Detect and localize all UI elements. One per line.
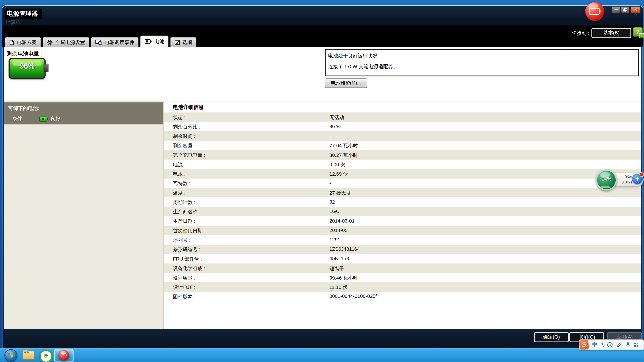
detail-label: 条形码编号 : <box>173 246 200 253</box>
table-row: 生产商名称 :LGC <box>164 207 641 216</box>
ok-button[interactable]: 确定(O) <box>534 332 569 342</box>
detail-label: 生产日期 : <box>173 218 195 225</box>
details-table: 状态 :无活动剩余百分比 :96 %剩余时间 :-剩余容量 :77.04 瓦小时… <box>164 112 641 301</box>
battery-percent: 96% <box>10 62 44 71</box>
emoji-icon[interactable] <box>607 342 613 348</box>
browser-icon[interactable]: e <box>39 350 52 362</box>
detail-label: 电流 : <box>173 161 185 168</box>
table-row: 设计容量 :99.46 瓦小时 <box>164 273 641 282</box>
punctuation-icon[interactable]: °, <box>601 342 604 347</box>
detail-value: 2014-03-01 <box>330 218 355 224</box>
titlebar[interactable]: 电源管理器 计算机 + × <box>2 6 643 25</box>
table-row: 剩余时间 :- <box>164 131 641 141</box>
table-row: 剩余百分比 :96 % <box>164 122 641 131</box>
table-row: 首次使用日期 :2014-05 <box>164 226 641 235</box>
explorer-icon[interactable] <box>22 351 34 360</box>
tab-power-plans[interactable]: 电源方案 <box>4 37 41 47</box>
switch-basic-button[interactable]: 基本(B) <box>592 28 631 38</box>
page-title: 电源管理器 <box>4 9 42 19</box>
detail-value: 无活动 <box>330 114 344 121</box>
window-controls: × <box>612 6 641 13</box>
menu-grid-icon[interactable] <box>634 343 639 347</box>
detail-value: 锂离子 <box>330 265 344 272</box>
percent-value: 14% <box>597 176 616 182</box>
taskbar-item-power-manager[interactable]: + <box>54 349 73 362</box>
detail-label: 电压 : <box>173 171 185 178</box>
status-line-1: 电池处于良好运行状况。 <box>328 52 382 59</box>
detail-label: FRU 部件号 : <box>173 256 202 263</box>
ime-toolbar[interactable]: S 中 °, <box>579 340 644 350</box>
tab-power-schedule-events[interactable]: 电源调度事件 <box>91 37 139 47</box>
minimize-button[interactable] <box>612 6 620 13</box>
window-left-border <box>2 25 3 349</box>
close-icon: × <box>634 7 637 12</box>
detail-label: 状态 : <box>173 114 185 121</box>
table-row: 状态 :无活动 <box>164 112 641 122</box>
table-row: 设备化学组成 :锂离子 <box>164 264 641 273</box>
detail-value: 12.69 伏 <box>330 171 348 178</box>
detail-value: LGC <box>330 209 340 214</box>
detail-value: 45N1153 <box>330 256 349 261</box>
tab-label: 电源调度事件 <box>105 39 134 46</box>
tab-bar: 电源方案 全局电源设置 电源调度事件 电池 <box>4 35 198 47</box>
detail-value: - <box>330 180 331 186</box>
restore-icon <box>624 8 627 11</box>
taskbar: e + CH S ? ▼ 96% ▲ + <box>0 348 644 362</box>
removable-battery-header: 可卸下的电池: <box>8 105 40 112</box>
battery-panels: 可卸下的电池: 条件 良好 电池详细信息 状态 :无活动剩余百分比 :96 %剩… <box>4 101 641 329</box>
table-row: 设计电压 :11.10 伏 <box>164 283 641 292</box>
close-button[interactable]: × <box>630 6 641 13</box>
battery-list-panel: 可卸下的电池: 条件 良好 <box>4 101 163 329</box>
detail-value: 77.04 瓦小时 <box>330 142 358 149</box>
tab-options[interactable]: 选项 <box>170 37 196 47</box>
battery-icon <box>145 39 152 44</box>
memory-percent-ball[interactable]: 14% <box>596 170 617 191</box>
detail-label: 温度 : <box>173 190 185 197</box>
tab-battery[interactable]: 电池 <box>140 35 169 47</box>
detail-label: 周期计数 : <box>173 199 195 206</box>
voice-icon[interactable] <box>626 342 630 348</box>
document-icon <box>9 39 14 45</box>
detail-value: 99.46 瓦小时 <box>330 275 358 282</box>
removable-battery-item[interactable]: 可卸下的电池: 条件 良好 <box>4 102 164 124</box>
detail-label: 设计容量 : <box>173 275 195 282</box>
table-row: 生产日期 :2014-03-01 <box>164 216 641 226</box>
start-button[interactable] <box>4 349 17 362</box>
upload-arrow-icon: ↑ <box>617 174 619 179</box>
chinese-mode-icon[interactable]: 中 <box>592 341 598 348</box>
minimize-icon <box>614 9 618 10</box>
table-row: 剩余容量 :77.04 瓦小时 <box>164 141 641 150</box>
battery-details-panel: 电池详细信息 状态 :无活动剩余百分比 :96 %剩余时间 :-剩余容量 :77… <box>164 101 641 329</box>
battery-maintenance-button[interactable]: 电池维护(M)... <box>325 78 367 88</box>
detail-value: 2014-05 <box>330 228 348 233</box>
desktop-background: 电源管理器 计算机 + × 切换到 : 基本(B) ? <box>0 0 644 362</box>
schedule-icon <box>95 39 102 45</box>
power-manager-window: 电源管理器 计算机 + × 切换到 : 基本(B) ? <box>2 5 643 349</box>
table-row: 完全充电容量 :80.27 瓦小时 <box>164 150 641 160</box>
table-row: 固件版本 :0001-0044-0100-025f <box>164 292 641 301</box>
detail-value: 96 % <box>330 124 340 129</box>
upload-speed: 0K/s <box>620 175 632 179</box>
help-button[interactable]: ? <box>633 27 643 37</box>
detail-label: 剩余时间 : <box>173 133 195 140</box>
windows-flag-icon <box>8 353 14 358</box>
battery-overview-section: 剩余电池电量 : 96% 电池处于良好运行状况。 连接了 170W 交流电源适配… <box>4 47 641 101</box>
plus-icon: + <box>592 7 594 13</box>
power-manager-task-icon: + <box>59 350 69 361</box>
detail-label: 完全充电容量 : <box>173 152 205 159</box>
detail-label: 瓦特数 : <box>173 180 190 187</box>
detail-value: 27 摄氏度 <box>330 190 351 197</box>
restore-button[interactable] <box>621 6 630 13</box>
net-speed-widget[interactable]: 14% ↑ 0K/s ↓ 0.3K/s + <box>595 169 644 189</box>
detail-value: - <box>330 133 331 139</box>
switch-to-label: 切换到 : <box>572 30 589 37</box>
checkbox-icon <box>175 39 180 45</box>
sogou-logo-icon[interactable]: S <box>579 340 589 350</box>
handwriting-icon[interactable] <box>617 342 622 348</box>
condition-row: 条件 良好 <box>12 115 60 122</box>
table-row: 电压 :12.69 伏 <box>164 169 641 179</box>
battery-status-box: 电池处于良好运行状况。 连接了 170W 交流电源适配器。 <box>325 49 639 76</box>
tab-global-power-settings[interactable]: 全局电源设置 <box>42 37 90 47</box>
detail-label: 生产商名称 : <box>173 209 200 215</box>
battery-gauge-large: 96% <box>9 58 46 79</box>
